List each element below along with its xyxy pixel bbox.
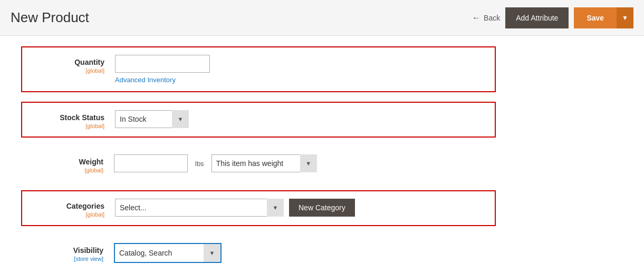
back-label: Back: [484, 14, 500, 22]
back-link[interactable]: ← Back: [472, 13, 500, 23]
visibility-row: Visibility [store view] Catalog, Search …: [21, 236, 496, 270]
add-attribute-button[interactable]: Add Attribute: [505, 7, 569, 28]
stock-status-label: Stock Status: [31, 113, 104, 122]
visibility-label: Visibility: [30, 246, 103, 255]
back-arrow-icon: ←: [472, 13, 480, 23]
categories-label: Categories: [31, 202, 104, 210]
visibility-control: Catalog, Search Catalog Search Not Visib…: [114, 243, 487, 263]
stock-status-scope: [global]: [31, 123, 104, 129]
stock-status-select[interactable]: In Stock Out of Stock: [115, 110, 189, 128]
header-actions: ← Back Add Attribute Save ▼: [472, 7, 633, 28]
quantity-label: Quantity: [31, 58, 104, 66]
categories-control: Select... New Category: [115, 199, 486, 217]
weight-unit: lbs: [193, 160, 206, 168]
stock-status-row: Stock Status [global] In Stock Out of St…: [21, 102, 496, 138]
weight-label-group: Weight [global]: [30, 154, 114, 173]
quantity-label-group: Quantity [global]: [31, 55, 115, 74]
weight-label: Weight: [30, 158, 103, 166]
categories-select[interactable]: Select...: [115, 199, 284, 217]
weight-type-select-wrapper: This item has weight This item has no we…: [212, 154, 317, 172]
page-header: New Product ← Back Add Attribute Save ▼: [0, 0, 644, 36]
main-content: Quantity [global] Advanced Inventory Sto…: [0, 36, 644, 273]
stock-status-select-wrapper: In Stock Out of Stock: [115, 110, 189, 128]
categories-select-wrapper: Select...: [115, 199, 284, 217]
visibility-select[interactable]: Catalog, Search Catalog Search Not Visib…: [115, 244, 220, 262]
new-category-button[interactable]: New Category: [289, 199, 355, 217]
advanced-inventory-link[interactable]: Advanced Inventory: [115, 76, 486, 84]
quantity-input[interactable]: [115, 55, 210, 73]
weight-control: lbs This item has weight This item has n…: [114, 154, 487, 172]
save-dropdown-button[interactable]: ▼: [617, 7, 633, 28]
categories-scope: [global]: [31, 211, 104, 218]
quantity-row: Quantity [global] Advanced Inventory: [21, 46, 496, 92]
visibility-select-wrapper: Catalog, Search Catalog Search Not Visib…: [114, 243, 222, 263]
quantity-scope: [global]: [31, 67, 104, 74]
weight-row: Weight [global] lbs This item has weight…: [21, 147, 496, 181]
weight-type-select[interactable]: This item has weight This item has no we…: [212, 154, 317, 172]
visibility-label-group: Visibility [store view]: [30, 243, 114, 262]
visibility-scope: [store view]: [30, 256, 103, 262]
stock-status-control: In Stock Out of Stock: [115, 110, 486, 128]
save-button[interactable]: Save: [574, 7, 617, 28]
weight-input[interactable]: [114, 154, 188, 172]
categories-label-group: Categories [global]: [31, 199, 115, 218]
weight-scope: [global]: [30, 167, 103, 173]
form-section: Quantity [global] Advanced Inventory Sto…: [21, 46, 496, 270]
categories-row: Categories [global] Select... New Catego…: [21, 190, 496, 226]
page-title: New Product: [11, 9, 89, 26]
stock-status-label-group: Stock Status [global]: [31, 110, 115, 129]
save-button-group: Save ▼: [574, 7, 633, 28]
quantity-control: Advanced Inventory: [115, 55, 486, 84]
